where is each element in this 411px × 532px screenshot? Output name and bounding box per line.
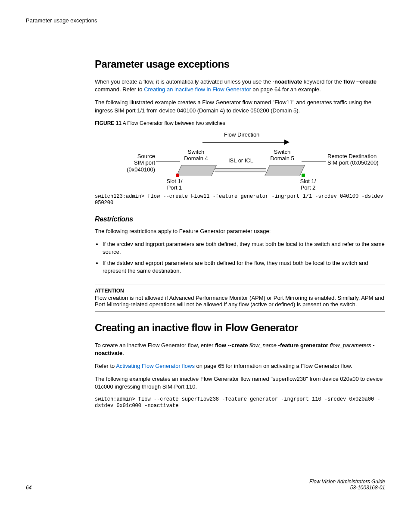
paragraph: The following example creates an inactiv… [95,375,385,391]
text: Remote Destination [327,153,377,159]
paragraph: The following illustrated example create… [95,99,385,114]
label-switch-domain5: Switch Domain 5 [267,149,297,162]
attention-label: ATTENTION [95,288,385,294]
label-slot1-port2: Slot 1/ Port 2 [297,178,319,191]
text: Port 2 [301,184,316,191]
isl-link-line [215,168,266,172]
page-footer: 64 Flow Vision Administrators Guide 53-1… [26,479,385,491]
text: When you create a flow, it is automatica… [95,78,273,85]
switch-icon-domain4 [179,165,213,177]
paragraph: The following restrictions apply to Feat… [95,227,385,235]
attention-box: ATTENTION Flow creation is not allowed i… [95,284,385,311]
command-flow-create: flow --create [215,342,248,348]
option-feature-generator: -feature grenerator [278,342,328,348]
flow-arrow-line [202,142,284,143]
figure-title: A Flow Generator flow between two switch… [121,120,225,126]
text: Refer to [95,363,116,369]
text: Domain 4 [184,155,208,162]
text: To create an inactive Flow Generator flo… [95,342,215,348]
running-header: Parameter usage exceptions [26,17,385,24]
section-heading-parameter-usage: Parameter usage exceptions [95,58,385,70]
code-block-flow11: switch123:admin> flow --create Flow11 -f… [95,193,385,207]
label-slot1-port1: Slot 1/ Port 1 [164,178,185,191]
label-flow-direction: Flow Direction [224,131,259,138]
text: Switch [188,149,204,155]
paragraph: When you create a flow, it is automatica… [95,78,385,93]
section-heading-creating-inactive-flow: Creating an inactive flow in Flow Genera… [95,322,385,334]
text: Domain 5 [270,155,294,162]
label-source: Source SIM port (0x040100) [112,153,155,173]
text: keyword for the [302,78,343,85]
restrictions-list: If the srcdev and ingrport parameters ar… [95,240,385,275]
label-switch-domain4: Switch Domain 4 [181,149,211,162]
text: Source [137,153,155,159]
code-block-superflow238: switch:admin> flow --create superflow238… [95,396,385,410]
paragraph: Refer to Activating Flow Generator flows… [95,362,385,370]
switch-icon-domain5 [267,165,302,177]
port-indicator-red [176,174,179,177]
page-number: 64 [26,485,31,491]
flow-arrow-head-icon [284,140,290,145]
text: on page 64 for an example. [251,86,321,93]
connector-line [156,162,180,162]
connector-line [302,162,326,162]
list-item: If the dstdev and egrport parameters are… [103,259,385,275]
label-isl-icl: ISL or ICL [228,157,253,164]
text: command. Refer to [95,86,144,93]
text: . [122,350,124,356]
subheading-restrictions: Restrictions [95,215,385,223]
list-item: If the srcdev and ingrport parameters ar… [103,240,385,256]
figure-caption: FIGURE 11 A Flow Generator flow between … [95,120,385,127]
text: on page 65 for information on activating… [195,363,352,369]
text: Slot 1/ [300,178,316,184]
attention-text: Flow creation is not allowed if Advanced… [95,295,385,308]
text: SIM port (0x050200) [327,159,379,166]
footer-doc-number: 53-1003168-01 [309,485,385,491]
link-activating-flows[interactable]: Activating Flow Generator flows [116,363,195,369]
figure-diagram: Flow Direction Source SIM port (0x040100… [95,131,388,192]
param-flow-name: flow_name [248,342,278,348]
keyword-noactivate: -noactivate [273,78,302,85]
param-flow-parameters: flow_parameters [328,342,373,348]
text: SIM port (0x040100) [127,159,155,173]
footer-guide-title: Flow Vision Administrators Guide [309,479,385,485]
text: Port 1 [167,184,182,191]
figure-label: FIGURE 11 [95,120,121,126]
text: Switch [274,149,290,155]
port-indicator-green [302,174,305,177]
text: Slot 1/ [167,178,183,184]
paragraph: To create an inactive Flow Generator flo… [95,342,385,357]
command-flow-create: flow --create [343,78,377,85]
link-creating-inactive-flow[interactable]: Creating an inactive flow in Flow Genera… [144,86,251,93]
label-remote-dest: Remote Destination SIM port (0x050200) [327,153,388,166]
